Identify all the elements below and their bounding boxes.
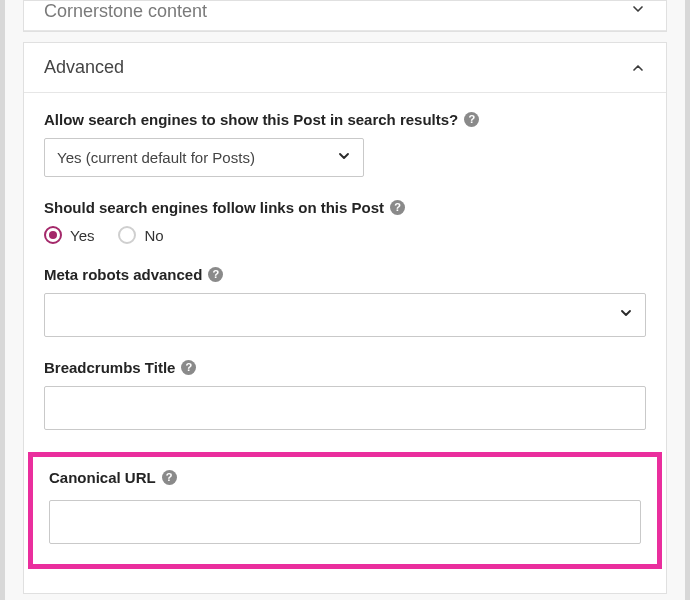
breadcrumbs-field: Breadcrumbs Title ?	[44, 359, 646, 430]
chevron-up-icon	[630, 60, 646, 76]
radio-checked-icon	[44, 226, 62, 244]
advanced-section-toggle[interactable]: Advanced	[24, 43, 666, 93]
radio-unchecked-icon	[118, 226, 136, 244]
canonical-highlight: Canonical URL ?	[28, 452, 662, 569]
canonical-input[interactable]	[49, 500, 641, 544]
allow-search-field: Allow search engines to show this Post i…	[44, 111, 646, 177]
follow-links-field: Should search engines follow links on th…	[44, 199, 646, 244]
breadcrumbs-label: Breadcrumbs Title	[44, 359, 175, 376]
help-icon[interactable]: ?	[464, 112, 479, 127]
allow-search-select[interactable]: Yes (current default for Posts)	[44, 138, 364, 177]
meta-robots-field: Meta robots advanced ?	[44, 266, 646, 337]
meta-robots-select[interactable]	[44, 293, 646, 337]
follow-links-yes-radio[interactable]: Yes	[44, 226, 94, 244]
help-icon[interactable]: ?	[181, 360, 196, 375]
meta-robots-label: Meta robots advanced	[44, 266, 202, 283]
breadcrumbs-input[interactable]	[44, 386, 646, 430]
follow-links-yes-label: Yes	[70, 227, 94, 244]
allow-search-label: Allow search engines to show this Post i…	[44, 111, 458, 128]
help-icon[interactable]: ?	[208, 267, 223, 282]
canonical-label: Canonical URL	[49, 469, 156, 486]
help-icon[interactable]: ?	[390, 200, 405, 215]
follow-links-no-radio[interactable]: No	[118, 226, 163, 244]
chevron-down-icon	[630, 1, 646, 17]
follow-links-no-label: No	[144, 227, 163, 244]
cornerstone-section-toggle[interactable]: Cornerstone content	[24, 1, 666, 31]
cornerstone-title: Cornerstone content	[44, 1, 207, 22]
follow-links-label: Should search engines follow links on th…	[44, 199, 384, 216]
help-icon[interactable]: ?	[162, 470, 177, 485]
advanced-title: Advanced	[44, 57, 124, 78]
